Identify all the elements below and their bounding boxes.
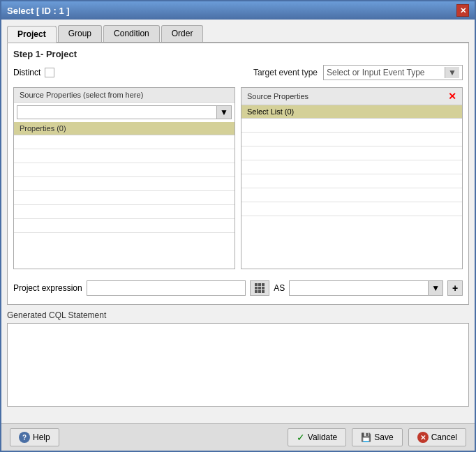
validate-icon: ✓ (297, 432, 305, 443)
right-panel-header: Source Properties ✕ (241, 88, 462, 105)
as-label: AS (274, 283, 285, 293)
cql-section (7, 323, 469, 407)
list-row (241, 174, 462, 188)
target-event-select[interactable]: Select or Input Event Type ▼ (323, 65, 463, 80)
plus-button[interactable]: + (447, 280, 463, 296)
as-input-area: ▼ (289, 280, 443, 296)
tab-project[interactable]: Project (7, 26, 57, 43)
tabs-bar: Project Group Condition Order (7, 25, 469, 43)
two-col-area: Source Properties (select from here) ▼ P… (13, 87, 463, 269)
grid-icon (255, 283, 265, 293)
main-window: Select [ ID : 1 ] ✕ Project Group Condit… (0, 0, 476, 452)
list-row (241, 146, 462, 160)
help-label: Help (33, 432, 50, 442)
expr-function-button[interactable] (250, 280, 269, 296)
right-panel: Source Properties ✕ Select List (0) (241, 87, 463, 269)
save-button[interactable]: 💾 Save (352, 428, 402, 446)
delete-icon[interactable]: ✕ (448, 91, 456, 102)
source-dropdown-text (17, 106, 216, 119)
list-row (241, 160, 462, 174)
target-event-label: Target event type (253, 68, 318, 77)
left-panel-header: Source Properties (select from here) (14, 88, 235, 103)
distinct-checkbox[interactable] (45, 68, 54, 77)
cql-section-wrapper: Generated CQL Statement (7, 310, 469, 412)
source-dropdown[interactable]: ▼ (17, 105, 232, 119)
list-row (241, 188, 462, 202)
validate-label: Validate (308, 432, 337, 442)
list-row (14, 191, 235, 205)
list-row (14, 205, 235, 219)
expr-label: Project expression (13, 283, 82, 293)
left-panel: Source Properties (select from here) ▼ P… (13, 87, 235, 269)
tab-condition[interactable]: Condition (103, 25, 160, 42)
list-row (241, 119, 462, 133)
footer-buttons-right: ✓ Validate 💾 Save ✕ Cancel (288, 428, 466, 446)
cql-label: Generated CQL Statement (7, 310, 469, 320)
select-list-item[interactable]: Select List (0) (241, 105, 462, 119)
list-row (241, 202, 462, 216)
properties-list: Properties (0) (14, 122, 235, 269)
save-icon: 💾 (361, 432, 371, 442)
distinct-area: Distinct (13, 68, 54, 77)
tab-order[interactable]: Order (161, 25, 204, 42)
title-bar: Select [ ID : 1 ] ✕ (1, 1, 475, 20)
properties-item[interactable]: Properties (0) (14, 122, 235, 135)
list-row (14, 219, 235, 233)
cancel-button[interactable]: ✕ Cancel (408, 428, 466, 446)
validate-button[interactable]: ✓ Validate (288, 428, 346, 446)
expr-input[interactable] (87, 280, 246, 296)
list-row (14, 163, 235, 177)
right-panel-header-text: Source Properties (247, 92, 308, 100)
footer: ? Help ✓ Validate 💾 Save ✕ Cancel (1, 423, 475, 451)
as-input[interactable] (290, 281, 428, 295)
content-area: Project Group Condition Order Step 1- Pr… (1, 20, 475, 423)
window-title: Select [ ID : 1 ] (7, 6, 70, 16)
cancel-label: Cancel (431, 432, 457, 442)
as-dropdown-arrow[interactable]: ▼ (428, 281, 442, 295)
cql-textarea[interactable] (8, 324, 468, 406)
help-icon: ? (19, 432, 30, 443)
list-row (241, 133, 462, 146)
right-list: Select List (0) (241, 105, 462, 269)
row-controls: Distinct Target event type Select or Inp… (13, 65, 463, 80)
tab-group[interactable]: Group (58, 25, 102, 42)
target-area: Target event type Select or Input Event … (253, 65, 463, 80)
target-event-value: Select or Input Event Type (327, 68, 445, 77)
close-button[interactable]: ✕ (456, 4, 469, 17)
main-panel: Step 1- Project Distinct Target event ty… (7, 43, 469, 305)
target-event-dropdown-arrow[interactable]: ▼ (445, 67, 459, 78)
distinct-label: Distinct (13, 68, 40, 77)
help-button[interactable]: ? Help (10, 428, 59, 446)
expression-row: Project expression AS ▼ + (13, 276, 463, 299)
list-row (14, 149, 235, 163)
step-title: Step 1- Project (13, 49, 463, 59)
cancel-icon: ✕ (417, 432, 429, 443)
list-row (14, 177, 235, 191)
source-dropdown-arrow[interactable]: ▼ (216, 106, 231, 119)
list-row (14, 135, 235, 149)
save-label: Save (374, 432, 393, 442)
